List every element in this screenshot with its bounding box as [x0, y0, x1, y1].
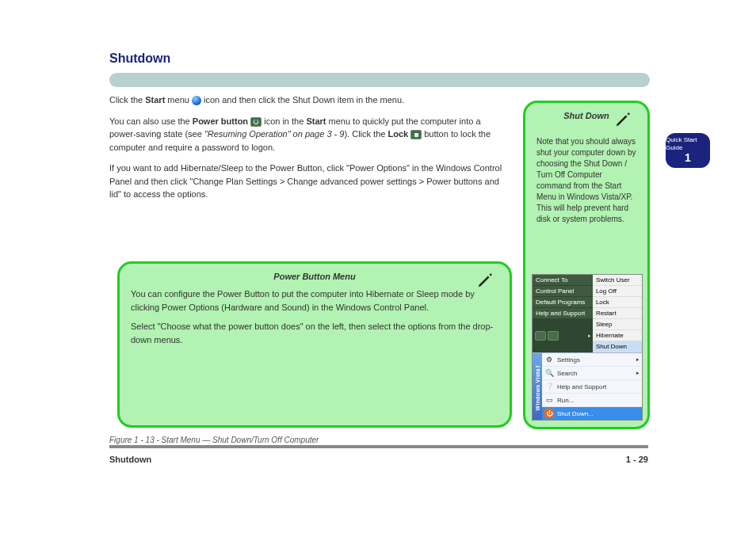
screenshot-vista-start-menu: Connect ToSwitch User Control PanelLog O…: [532, 274, 643, 421]
footer-rule: [109, 445, 648, 448]
xp-shutdown-item: ⏻Shut Down...: [542, 407, 642, 420]
note-body: Note that you should always shut your co…: [536, 136, 636, 225]
page-footer: Shutdown 1 - 29: [109, 455, 648, 464]
start-orb-icon: [192, 96, 201, 105]
section-title: Shutdown: [109, 51, 170, 66]
page-root: Shutdown Click the Start menu icon and t…: [0, 0, 756, 533]
figure-caption: Figure 1 - 13 - Start Menu — Shut Down/T…: [109, 436, 319, 444]
vista-right-item: Log Off: [593, 286, 642, 297]
paragraph-3: If you want to add Hibernate/Sleep to th…: [109, 162, 506, 201]
search-icon: 🔍: [544, 368, 554, 378]
paragraph-1: Click the Start menu icon and then click…: [109, 93, 506, 107]
vista-right-item: Restart: [593, 308, 642, 319]
lock-icon: [410, 130, 422, 139]
lock-button-icon: [548, 331, 559, 341]
chapter-number: 1: [685, 151, 691, 165]
footer-right: 1 - 29: [626, 455, 648, 464]
vista-right-item: Lock: [593, 297, 642, 308]
chapter-label: Quick Start Guide: [666, 136, 710, 151]
pencil-icon: [476, 272, 494, 289]
chevron-right-icon: ▸: [588, 333, 591, 339]
run-icon: ▭: [544, 395, 554, 405]
vista-right-item: Switch User: [593, 275, 642, 286]
note-title: Power Button Menu: [131, 272, 498, 281]
vista-left-item: Connect To: [533, 275, 593, 286]
note-body: You can configure the Power Button to pu…: [131, 287, 498, 346]
windows-vista-strip: Windows Vista™: [533, 353, 542, 420]
vista-right-item: Sleep: [593, 319, 642, 330]
chevron-right-icon: ▸: [636, 356, 640, 363]
xp-menu-item: ❔Help and Support: [542, 380, 642, 394]
power-button-icon: [535, 331, 546, 341]
xp-menu-item: ⚙Settings▸: [542, 353, 642, 367]
power-icon: [250, 117, 262, 127]
screenshot-xp-start-menu: Windows Vista™ ⚙Settings▸ 🔍Search▸ ❔Help…: [533, 352, 642, 420]
vista-left-item: Help and Support: [533, 308, 593, 319]
vista-left-item: Default Programs: [533, 297, 593, 308]
vista-right-item-shutdown: Shut Down: [593, 341, 642, 352]
pencil-icon: [614, 111, 632, 128]
chevron-right-icon: ▸: [636, 370, 640, 376]
paragraph-2: You can also use the Power button icon i…: [109, 115, 506, 154]
vista-left-item: Control Panel: [533, 286, 593, 297]
vista-right-item: Hibernate: [593, 330, 642, 341]
chapter-tab: Quick Start Guide 1: [666, 133, 710, 168]
shutdown-icon: ⏻: [544, 409, 554, 418]
note-panel-shut-down: Shut Down Note that you should always sh…: [523, 101, 650, 429]
help-icon: ❔: [544, 382, 554, 391]
footer-left: Shutdown: [109, 455, 151, 464]
note-panel-power-button-menu: Power Button Menu You can configure the …: [117, 261, 512, 428]
settings-icon: ⚙: [544, 355, 554, 364]
body-paragraphs: Click the Start menu icon and then click…: [109, 93, 506, 209]
xp-menu-item: 🔍Search▸: [542, 367, 642, 380]
header-accent-bar: [109, 73, 650, 87]
xp-menu-item: ▭Run...: [542, 394, 642, 407]
